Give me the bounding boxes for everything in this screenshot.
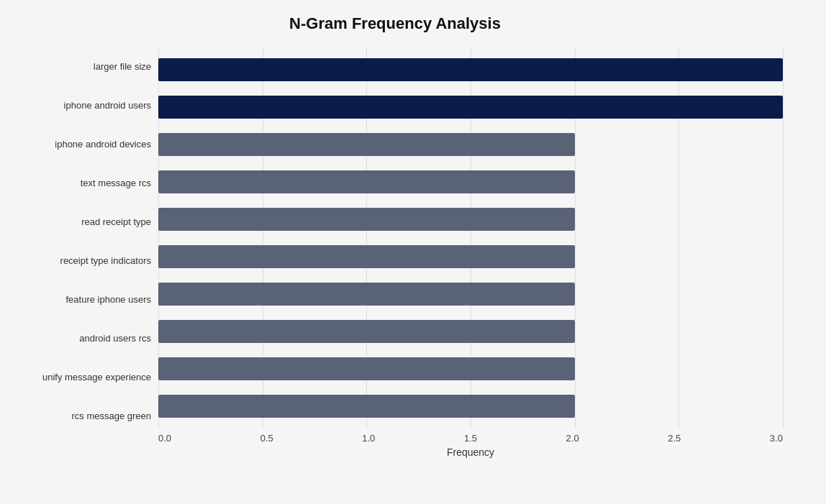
y-label: iphone android users xyxy=(7,100,158,111)
x-tick: 0.0 xyxy=(158,433,171,444)
bar-row xyxy=(158,243,783,270)
x-tick: 2.5 xyxy=(668,433,681,444)
y-label: rcs message green xyxy=(7,411,158,422)
bar xyxy=(158,58,783,81)
bar xyxy=(158,395,575,418)
bars-wrapper xyxy=(158,47,783,429)
y-label: text message rcs xyxy=(7,178,158,189)
bar-row xyxy=(158,280,783,308)
y-label: receipt type indicators xyxy=(7,255,158,267)
y-axis: larger file sizeiphone android usersipho… xyxy=(7,47,158,464)
y-label: android users rcs xyxy=(7,333,158,344)
x-tick: 2.0 xyxy=(566,433,579,444)
bar xyxy=(158,133,575,156)
x-tick: 1.0 xyxy=(362,433,375,444)
bar-row xyxy=(158,355,783,382)
bar-row xyxy=(158,168,783,196)
x-axis: 0.00.51.01.52.02.53.0 Frequency xyxy=(158,429,783,464)
y-label: read receipt type xyxy=(7,216,158,228)
y-label: feature iphone users xyxy=(7,294,158,306)
bar-row xyxy=(158,93,783,121)
chart-area: larger file sizeiphone android usersipho… xyxy=(7,47,783,464)
bars-section xyxy=(158,47,783,429)
chart-container: N-Gram Frequency Analysis larger file si… xyxy=(0,0,826,504)
bar xyxy=(158,96,783,119)
bar-row xyxy=(158,206,783,233)
bar-row xyxy=(158,56,783,83)
bar-row xyxy=(158,131,783,158)
bar xyxy=(158,320,575,343)
bar xyxy=(158,283,575,306)
y-label: larger file size xyxy=(7,61,158,73)
x-tick: 3.0 xyxy=(770,433,783,444)
plot-area: 0.00.51.01.52.02.53.0 Frequency xyxy=(158,47,783,464)
bar-row xyxy=(158,318,783,345)
x-tick: 0.5 xyxy=(260,433,273,444)
chart-title: N-Gram Frequency Analysis xyxy=(7,14,783,33)
bar xyxy=(158,208,575,231)
bar xyxy=(158,357,575,380)
x-axis-label: Frequency xyxy=(158,446,783,458)
grid-line xyxy=(783,47,784,429)
bar xyxy=(158,245,575,268)
bar xyxy=(158,170,575,193)
x-ticks: 0.00.51.01.52.02.53.0 xyxy=(158,429,783,444)
x-tick: 1.5 xyxy=(464,433,477,444)
y-label: iphone android devices xyxy=(7,139,158,150)
bar-row xyxy=(158,393,783,420)
y-label: unify message experience xyxy=(7,372,158,383)
